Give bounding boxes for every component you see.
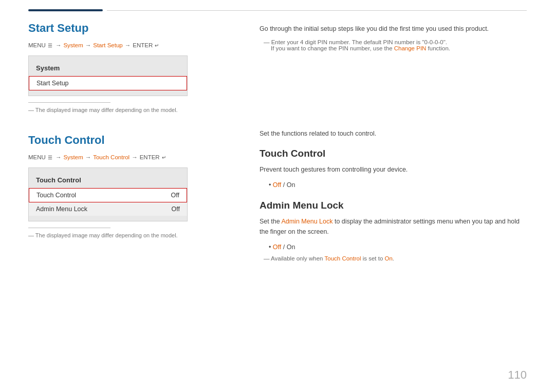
admin-lock-tc-link: Touch Control [325,255,361,262]
start-setup-breadcrumb: MENU ☰ → System → Start Setup → ENTER ↵ [28,42,188,48]
admin-menu-lock-label: Admin Menu Lock [36,206,87,213]
start-setup-right: Go through the initial setup steps like … [188,16,527,113]
touch-control-divider [28,228,110,228]
start-setup-note: ― The displayed image may differ dependi… [28,107,188,113]
touch-control-breadcrumb: MENU ☰ → System → Touch Control → ENTER … [28,154,188,160]
tc-system-link: System [63,154,83,160]
touch-control-item-label: Touch Control [36,192,76,199]
top-progress-bar [0,0,555,11]
tc-description: Set the functions related to touch contr… [260,128,527,139]
tc-sep1: → [55,154,62,160]
admin-lock-off-label: Off [273,244,281,251]
admin-lock-available-note: ― Available only when Touch Control is s… [264,255,527,262]
tc-bullet: Off / On [269,180,527,191]
breadcrumb-sep1: → [55,42,62,48]
tc-enter-icon: ↵ [162,155,166,160]
bottom-sections-row: Touch Control MENU ☰ → System → Touch Co… [28,128,527,262]
touch-control-right: Set the functions related to touch contr… [188,128,527,262]
breadcrumb-system: System [63,42,83,48]
admin-menu-lock-desc-link: Admin Menu Lock [281,218,332,225]
tc-breadcrumb-menu: MENU [28,154,46,160]
tc-menu-box-header: Touch Control [29,173,187,188]
tc-sub-description: Prevent touch gestures from controlling … [260,164,527,175]
tc-touch-control-link: Touch Control [93,154,130,160]
start-setup-note1: Enter your 4 digit PIN number. The defau… [264,39,527,45]
start-setup-menu-item[interactable]: Start Setup [29,76,187,90]
start-setup-title: Start Setup [28,22,188,35]
start-setup-item-label: Start Setup [36,80,69,87]
tc-sep3: → [132,154,138,160]
start-setup-description: Go through the initial setup steps like … [260,24,527,34]
start-setup-divider [28,102,110,103]
breadcrumb-sep3: → [125,42,131,48]
start-setup-menu-box: System Start Setup [28,55,188,96]
touch-control-left: Touch Control MENU ☰ → System → Touch Co… [28,128,188,262]
admin-lock-description: Set the Admin Menu Lock to display the a… [260,216,527,237]
touch-control-item[interactable]: Touch Control Off [29,188,187,202]
touch-control-title: Touch Control [28,134,188,147]
touch-control-item-value: Off [171,192,179,199]
top-sections-row: Start Setup MENU ☰ → System → Start Setu… [28,16,527,113]
tc-enter: ENTER [140,154,160,160]
page-number: 110 [508,368,527,382]
tc-menu-icon: ☰ [48,155,52,160]
admin-menu-lock-value: Off [172,206,180,213]
admin-lock-on-link: On [385,255,393,262]
progress-bar-active [28,9,103,11]
enter-icon: ↵ [155,43,159,48]
touch-control-menu-box: Touch Control Touch Control Off Admin Me… [28,167,188,221]
tc-sep2: → [85,154,91,160]
admin-lock-title: Admin Menu Lock [260,200,527,211]
breadcrumb-enter: ENTER [133,42,153,48]
menu-icon: ☰ [48,43,52,48]
start-setup-left: Start Setup MENU ☰ → System → Start Setu… [28,16,188,113]
tc-off-label: Off [273,181,281,189]
breadcrumb-menu-label: MENU [28,42,46,48]
touch-control-note: ― The displayed image may differ dependi… [28,232,188,238]
tc-sub-title: Touch Control [260,148,527,159]
admin-lock-bullet: Off / On [269,242,527,253]
admin-menu-lock-item[interactable]: Admin Menu Lock Off [29,202,187,216]
progress-bar-inactive [107,10,527,11]
breadcrumb-sep2: → [85,42,91,48]
change-pin-link: Change PIN [394,45,427,51]
breadcrumb-start-setup: Start Setup [93,42,123,48]
start-setup-note2: If you want to change the PIN number, us… [271,45,527,51]
menu-box-system-header: System [29,61,187,76]
